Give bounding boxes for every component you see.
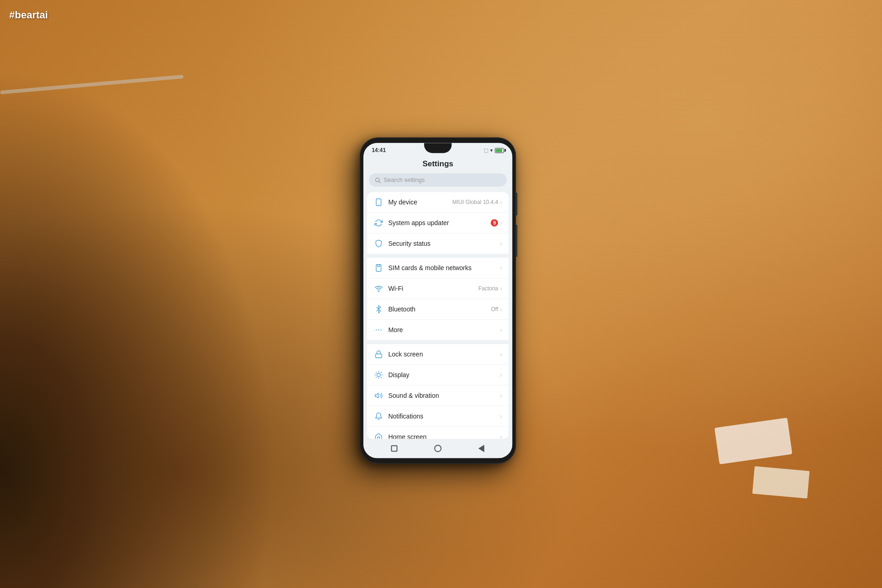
- sim-content: SIM cards & mobile networks ›: [388, 264, 502, 271]
- settings-item-lock-screen[interactable]: Lock screen ›: [367, 344, 509, 365]
- watermark: #beartai: [9, 9, 48, 21]
- sound-right: ›: [500, 392, 503, 399]
- settings-item-notifications[interactable]: Notifications ›: [367, 406, 509, 427]
- settings-item-my-device[interactable]: My device MIUI Global 10.4.4 ›: [367, 192, 509, 213]
- my-device-label: My device: [388, 198, 417, 206]
- lock-content: Lock screen ›: [388, 351, 502, 358]
- sim-right: ›: [500, 264, 503, 271]
- wifi-status-icon: ▾: [490, 147, 493, 153]
- settings-item-sound[interactable]: Sound & vibration ›: [367, 385, 509, 406]
- svg-marker-19: [375, 393, 379, 398]
- settings-title: Settings: [363, 156, 512, 173]
- system-apps-badge: 9: [491, 219, 498, 226]
- bluetooth-subtitle: Off: [491, 306, 498, 312]
- divider-1: [367, 254, 509, 258]
- home-chevron: ›: [500, 433, 503, 439]
- device-icon: [373, 197, 384, 207]
- refresh-icon: [373, 218, 384, 228]
- svg-line-14: [381, 377, 381, 378]
- svg-point-8: [380, 329, 381, 330]
- nav-bar: [363, 439, 512, 458]
- more-right: ›: [500, 326, 503, 334]
- display-content: Display ›: [388, 371, 502, 379]
- more-label: More: [388, 326, 403, 334]
- screenshot-icon: ⬚: [484, 147, 488, 153]
- phone-body: 14:41 ⬚ ▾ Settings: [360, 137, 516, 464]
- settings-item-display[interactable]: Display ›: [367, 365, 509, 385]
- settings-list: My device MIUI Global 10.4.4 ›: [367, 192, 509, 439]
- home-icon: [373, 432, 384, 439]
- volume-button: [516, 225, 517, 257]
- notifications-right: ›: [500, 413, 503, 420]
- bluetooth-right: Off ›: [491, 305, 502, 313]
- home-button[interactable]: [433, 444, 442, 453]
- search-icon: [374, 177, 381, 183]
- lock-label: Lock screen: [388, 351, 423, 358]
- battery-fill: [496, 149, 502, 152]
- settings-item-security[interactable]: Security status ›: [367, 233, 509, 254]
- system-apps-label: System apps updater: [388, 219, 449, 226]
- shield-icon: [373, 238, 384, 249]
- security-right: ›: [500, 240, 503, 247]
- more-chevron: ›: [500, 326, 503, 334]
- display-label: Display: [388, 371, 409, 379]
- settings-item-wifi[interactable]: Wi-Fi Factoria ›: [367, 278, 509, 299]
- svg-line-17: [376, 377, 376, 378]
- svg-line-13: [376, 372, 376, 373]
- table-card-2: [752, 466, 810, 498]
- settings-item-sim[interactable]: SIM cards & mobile networks ›: [367, 258, 509, 278]
- my-device-right: MIUI Global 10.4.4 ›: [452, 198, 502, 206]
- bell-icon: [373, 411, 384, 421]
- svg-point-5: [378, 291, 379, 292]
- home-content: Home screen ›: [388, 433, 502, 439]
- svg-point-6: [376, 329, 377, 330]
- back-button[interactable]: [477, 444, 486, 453]
- system-apps-content: System apps updater 9 ›: [388, 219, 502, 226]
- notifications-chevron: ›: [500, 413, 503, 420]
- wifi-right: Factoria ›: [478, 285, 502, 292]
- lock-right: ›: [500, 351, 503, 358]
- dots-icon: [373, 325, 384, 335]
- settings-item-bluetooth[interactable]: Bluetooth Off ›: [367, 299, 509, 320]
- sound-chevron: ›: [500, 392, 503, 399]
- svg-point-7: [378, 329, 379, 330]
- my-device-subtitle: MIUI Global 10.4.4: [452, 199, 498, 205]
- svg-rect-4: [376, 265, 381, 271]
- svg-point-10: [377, 373, 380, 377]
- system-apps-chevron: ›: [500, 219, 503, 226]
- wifi-icon: [373, 283, 384, 294]
- search-placeholder: Search settings: [384, 176, 425, 183]
- display-icon: [373, 370, 384, 380]
- search-bar[interactable]: Search settings: [369, 173, 507, 187]
- security-chevron: ›: [500, 240, 503, 247]
- notch: [424, 143, 452, 153]
- notifications-label: Notifications: [388, 413, 423, 420]
- svg-line-18: [381, 372, 381, 373]
- bluetooth-content: Bluetooth Off ›: [388, 305, 502, 313]
- lock-chevron: ›: [500, 351, 503, 358]
- display-chevron: ›: [500, 371, 503, 379]
- sound-icon: [373, 390, 384, 401]
- home-right: ›: [500, 433, 503, 439]
- settings-item-home[interactable]: Home screen ›: [367, 427, 509, 439]
- notifications-content: Notifications ›: [388, 413, 502, 420]
- my-device-chevron: ›: [500, 198, 503, 206]
- wifi-label: Wi-Fi: [388, 285, 403, 292]
- phone: 14:41 ⬚ ▾ Settings: [360, 137, 516, 464]
- battery-icon: [495, 148, 504, 153]
- lock-icon: [373, 349, 384, 359]
- recents-button[interactable]: [390, 444, 399, 453]
- sound-content: Sound & vibration ›: [388, 392, 502, 399]
- security-label: Security status: [388, 240, 430, 247]
- settings-item-system-apps[interactable]: System apps updater 9 ›: [367, 213, 509, 233]
- svg-rect-9: [375, 354, 382, 357]
- sim-icon: [373, 263, 384, 273]
- settings-item-more[interactable]: More ›: [367, 320, 509, 340]
- wifi-chevron: ›: [500, 285, 503, 292]
- security-content: Security status ›: [388, 240, 502, 247]
- status-icons: ⬚ ▾: [484, 147, 504, 153]
- screen-content: Settings Search settings: [363, 156, 512, 458]
- sim-label: SIM cards & mobile networks: [388, 264, 471, 271]
- bluetooth-icon: [373, 304, 384, 314]
- power-button: [516, 192, 517, 215]
